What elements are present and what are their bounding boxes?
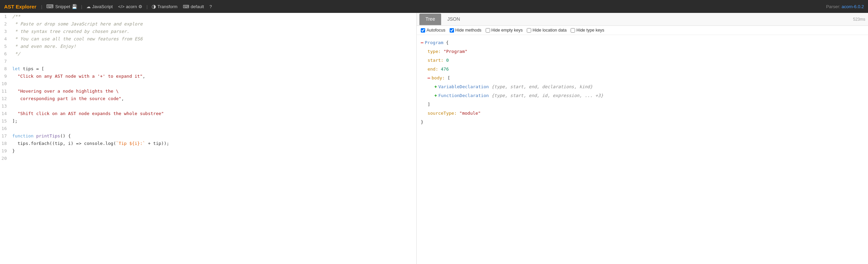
option-hide-type-keys[interactable]: Hide type keys	[571, 28, 604, 33]
line-number: 3	[0, 28, 11, 35]
program-type-row: type: "Program"	[421, 47, 864, 56]
body-toggle[interactable]: –	[428, 74, 430, 82]
line-content: corresponding part in the source code",	[11, 95, 416, 102]
default-button[interactable]: ⌨ default	[181, 3, 206, 11]
fn-decl-label: FunctionDeclaration	[438, 91, 489, 100]
token-plain	[12, 96, 20, 101]
code-line: 5 * and even more. Enjoy!	[0, 43, 416, 50]
code-line: 16	[0, 125, 416, 132]
token-plain	[12, 89, 18, 94]
autofocus-checkbox[interactable]	[421, 28, 425, 33]
line-number: 11	[0, 88, 11, 95]
code-line: 3 * the syntax tree created by chosen pa…	[0, 28, 416, 35]
line-content: function printTips() {	[11, 132, 416, 140]
line-number: 9	[0, 73, 11, 80]
fn-decl-row[interactable]: + FunctionDeclaration {type, start, end,…	[421, 91, 864, 100]
code-line: 20	[0, 155, 416, 162]
program-toggle[interactable]: –	[421, 38, 423, 47]
line-number: 10	[0, 80, 11, 88]
transform-icon: ◑	[152, 3, 156, 10]
line-content: /**	[11, 13, 416, 20]
option-hide-empty-keys[interactable]: Hide empty keys	[486, 28, 523, 33]
snippet-icon: ⌨	[46, 3, 54, 10]
fn-decl-props: {type, start, end, id, expression, ... +…	[491, 91, 603, 100]
hide-type-keys-checkbox[interactable]	[571, 28, 575, 33]
program-close: }	[421, 118, 423, 127]
hide-methods-checkbox[interactable]	[450, 28, 454, 33]
token-plain: + tip));	[145, 141, 169, 146]
line-number: 20	[0, 155, 11, 162]
line-content: "Click on any AST node with a '+' to exp…	[11, 73, 416, 80]
line-number: 2	[0, 20, 11, 28]
transform-button[interactable]: ◑ Transform	[150, 2, 179, 11]
type-key: type:	[428, 47, 441, 56]
line-number: 12	[0, 95, 11, 102]
body-bracket: [	[448, 74, 450, 82]
line-content	[11, 58, 416, 65]
snippet-button[interactable]: ⌨ Snippet 💾	[44, 2, 79, 11]
tab-json[interactable]: JSON	[441, 14, 466, 25]
tab-tree[interactable]: Tree	[419, 14, 441, 25]
hide-empty-keys-checkbox[interactable]	[486, 28, 490, 33]
code-line: 18 tips.forEach((tip, i) => console.log(…	[0, 140, 416, 147]
parser-button[interactable]: </> acorn ⚙	[116, 3, 144, 11]
line-content: */	[11, 50, 416, 58]
token-template: `Tip ${i}:`	[116, 141, 145, 146]
editor-pane[interactable]: 1/**2 * Paste or drop some JavaScript he…	[0, 13, 417, 264]
line-number: 7	[0, 58, 11, 65]
cloud-icon: ☁	[86, 4, 91, 9]
line-number: 13	[0, 102, 11, 110]
toolbar: AST Explorer | ⌨ Snippet 💾 | ☁ JavaScrip…	[0, 0, 868, 13]
help-button[interactable]: ?	[207, 3, 214, 11]
token-plain: () {	[60, 133, 71, 138]
parser-link[interactable]: acorn-6.0.2	[841, 4, 864, 9]
code-line: 14 "Shift click on an AST node expands t…	[0, 110, 416, 117]
keyboard-icon: ⌨	[183, 4, 189, 9]
line-number: 4	[0, 35, 11, 43]
code-line: 1/**	[0, 13, 416, 20]
code-line: 15];	[0, 117, 416, 125]
fn-decl-toggle[interactable]: +	[434, 91, 437, 100]
token-plain: ];	[12, 118, 18, 124]
token-plain: }	[12, 148, 15, 153]
body-close: ]	[428, 100, 430, 109]
program-label: Program	[425, 38, 444, 47]
code-line: 7	[0, 58, 416, 65]
gear-icon: ⚙	[138, 4, 142, 9]
body-close-row: ]	[421, 100, 864, 109]
option-hide-methods[interactable]: Hide methods	[450, 28, 482, 33]
code-line: 9 "Click on any AST node with a '+' to e…	[0, 73, 416, 80]
line-content: * You can use all the cool new features …	[11, 35, 416, 43]
var-decl-label: VariableDeclaration	[438, 82, 489, 91]
token-comment: * and even more. Enjoy!	[12, 44, 76, 49]
code-line: 17function printTips() {	[0, 132, 416, 140]
code-icon: </>	[118, 4, 125, 9]
language-button[interactable]: ☁ JavaScript	[84, 3, 115, 11]
code-line: 8let tips = [	[0, 65, 416, 73]
line-content	[11, 155, 416, 162]
body-row[interactable]: – body: [	[421, 74, 864, 82]
line-number: 14	[0, 110, 11, 117]
ast-tree: – Program { type: "Program" start: 0 end…	[417, 35, 868, 264]
option-autofocus[interactable]: Autofocus	[421, 28, 446, 33]
ast-timer: 523ms	[853, 17, 865, 22]
line-number: 1	[0, 13, 11, 20]
line-content: }	[11, 147, 416, 155]
code-line: 2 * Paste or drop some JavaScript here a…	[0, 20, 416, 28]
ast-pane: Tree JSON 523ms Autofocus Hide methods H…	[417, 13, 868, 264]
token-plain	[12, 111, 18, 116]
var-decl-row[interactable]: + VariableDeclaration {type, start, end,…	[421, 82, 864, 91]
var-decl-props: {type, start, end, declarations, kind}	[491, 82, 592, 91]
hide-location-data-checkbox[interactable]	[527, 28, 531, 33]
program-node[interactable]: – Program {	[421, 38, 864, 47]
token-function: printTips	[36, 133, 60, 138]
code-line: 4 * You can use all the cool new feature…	[0, 35, 416, 43]
token-keyword: function	[12, 133, 36, 138]
program-close-row: }	[421, 118, 864, 127]
code-line: 10	[0, 80, 416, 88]
var-decl-toggle[interactable]: +	[434, 82, 437, 91]
line-content: "Shift click on an AST node expands the …	[11, 110, 416, 117]
token-keyword: let	[12, 66, 23, 71]
option-hide-location-data[interactable]: Hide location data	[527, 28, 567, 33]
token-plain: tips.forEach((tip, i) => console.log(	[12, 141, 116, 146]
